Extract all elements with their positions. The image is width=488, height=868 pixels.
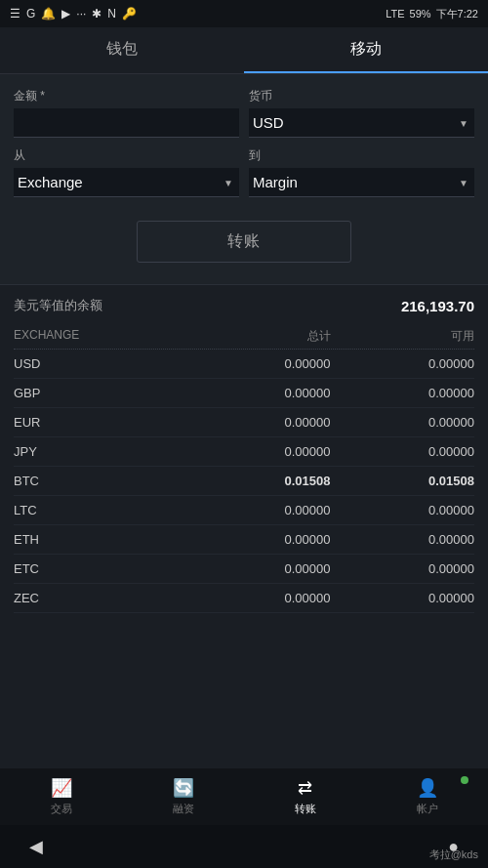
currency-available: 0.00000	[331, 415, 475, 430]
to-select[interactable]: Margin	[249, 168, 474, 197]
transfer-btn-row: 转账	[14, 207, 474, 278]
currency-total: 0.00000	[186, 591, 331, 605]
currency-name: JPY	[14, 444, 186, 459]
currency-select-wrapper: USD	[249, 108, 474, 138]
account-status-dot	[461, 776, 468, 784]
fund-label: 融资	[173, 802, 194, 816]
g-icon: G	[26, 7, 35, 21]
table-row: GBP0.000000.00000	[14, 379, 474, 408]
currency-available: 0.00000	[331, 386, 475, 400]
currency-total: 0.00000	[186, 415, 331, 430]
signal-indicator: LTE	[386, 8, 404, 20]
currency-available: 0.00000	[331, 356, 475, 371]
currency-name: ETH	[14, 532, 186, 547]
bell-icon: 🔔	[41, 7, 56, 21]
watermark-text: 考拉@kds	[429, 847, 478, 862]
account-icon: 👤	[417, 777, 438, 799]
from-group: 从 Exchange	[14, 147, 239, 197]
currency-group: 货币 USD	[249, 88, 474, 138]
currency-total: 0.00000	[186, 386, 331, 400]
back-button[interactable]: ◀	[29, 836, 43, 857]
currency-available: 0.00000	[331, 561, 475, 576]
currency-name: ETC	[14, 561, 186, 576]
currency-select[interactable]: USD	[249, 108, 474, 138]
currency-name: BTC	[14, 474, 186, 488]
fund-icon: 🔄	[173, 777, 194, 799]
tab-mobile[interactable]: 移动	[244, 27, 488, 73]
balance-section: 美元等值的余额 216,193.70	[0, 284, 488, 322]
currency-total: 0.00000	[186, 356, 331, 371]
play-icon: ▶	[61, 7, 70, 21]
table-body: USD0.000000.00000GBP0.000000.00000EUR0.0…	[14, 350, 474, 623]
nfc-icon: N	[107, 7, 116, 21]
nav-fund[interactable]: 🔄 融资	[122, 768, 244, 825]
tab-wallet[interactable]: 钱包	[0, 27, 244, 73]
available-header: 可用	[331, 328, 475, 345]
transfer-label: 转账	[295, 802, 316, 816]
bottom-nav: 📈 交易 🔄 融资 ⇄ 转账 👤 帐户	[0, 768, 488, 825]
currency-available: 0.00000	[331, 591, 475, 605]
form-area: 金额 * 货币 USD 从 Exchange 到	[0, 74, 488, 284]
currency-total: 0.00000	[186, 503, 331, 517]
nav-transfer[interactable]: ⇄ 转账	[244, 768, 366, 825]
currency-total: 0.00000	[186, 532, 331, 547]
currency-available: 0.00000	[331, 444, 475, 459]
to-select-wrapper: Margin	[249, 168, 474, 197]
trade-icon: 📈	[51, 777, 72, 799]
table-row: ETH0.000000.00000	[14, 525, 474, 555]
to-group: 到 Margin	[249, 147, 474, 197]
currency-available: 0.00000	[331, 503, 475, 517]
table-row: JPY0.000000.00000	[14, 437, 474, 467]
to-label: 到	[249, 147, 474, 164]
currency-available: 0.00000	[331, 620, 475, 623]
currency-label: 货币	[249, 88, 474, 104]
section-label: EXCHANGE	[14, 328, 186, 345]
table-row: XMR0.000000.00000	[14, 613, 474, 623]
status-left-icons: ☰ G 🔔 ▶ ··· ✱ N 🔑	[10, 7, 137, 21]
table-row: USD0.000000.00000	[14, 350, 474, 379]
time-display: 下午7:22	[436, 7, 478, 21]
currency-name: EUR	[14, 415, 186, 430]
table-header: EXCHANGE 总计 可用	[14, 322, 474, 350]
transfer-button[interactable]: 转账	[137, 221, 351, 263]
nav-account[interactable]: 👤 帐户	[366, 768, 488, 825]
total-header: 总计	[186, 328, 331, 345]
trade-label: 交易	[51, 802, 72, 816]
currency-total: 0.00000	[186, 444, 331, 459]
balance-value: 216,193.70	[401, 298, 474, 314]
table-section: EXCHANGE 总计 可用 USD0.000000.00000GBP0.000…	[0, 322, 488, 623]
form-row-1: 金额 * 货币 USD	[14, 88, 474, 138]
table-row: EUR0.000000.00000	[14, 408, 474, 437]
amount-label: 金额 *	[14, 88, 239, 104]
currency-name: USD	[14, 356, 186, 371]
table-row: ZEC0.000000.00000	[14, 584, 474, 613]
status-right-info: LTE 59% 下午7:22	[386, 7, 478, 21]
currency-available: 0.01508	[331, 474, 475, 488]
form-row-2: 从 Exchange 到 Margin	[14, 147, 474, 197]
from-select-wrapper: Exchange	[14, 168, 239, 197]
menu-icon: ☰	[10, 7, 20, 21]
balance-label: 美元等值的余额	[14, 297, 102, 314]
account-label: 帐户	[417, 802, 438, 816]
currency-name: ZEC	[14, 591, 186, 605]
battery-indicator: 59%	[410, 8, 431, 20]
dots-icon: ···	[76, 7, 86, 21]
system-bar: ◀ ● 考拉@kds	[0, 825, 488, 868]
table-row: LTC0.000000.00000	[14, 496, 474, 525]
top-tabs: 钱包 移动	[0, 27, 488, 74]
currency-available: 0.00000	[331, 532, 475, 547]
currency-total: 0.01508	[186, 474, 331, 488]
currency-name: GBP	[14, 386, 186, 400]
from-label: 从	[14, 147, 239, 164]
bluetooth-icon: ✱	[92, 7, 102, 21]
transfer-icon: ⇄	[298, 777, 312, 799]
amount-input[interactable]	[14, 108, 239, 138]
currency-total: 0.00000	[186, 561, 331, 576]
currency-name: XMR	[14, 620, 186, 623]
table-row: BTC0.015080.01508	[14, 467, 474, 496]
from-select[interactable]: Exchange	[14, 168, 239, 197]
table-row: ETC0.000000.00000	[14, 555, 474, 584]
nav-trade[interactable]: 📈 交易	[0, 768, 122, 825]
status-bar: ☰ G 🔔 ▶ ··· ✱ N 🔑 LTE 59% 下午7:22	[0, 0, 488, 27]
amount-group: 金额 *	[14, 88, 239, 138]
